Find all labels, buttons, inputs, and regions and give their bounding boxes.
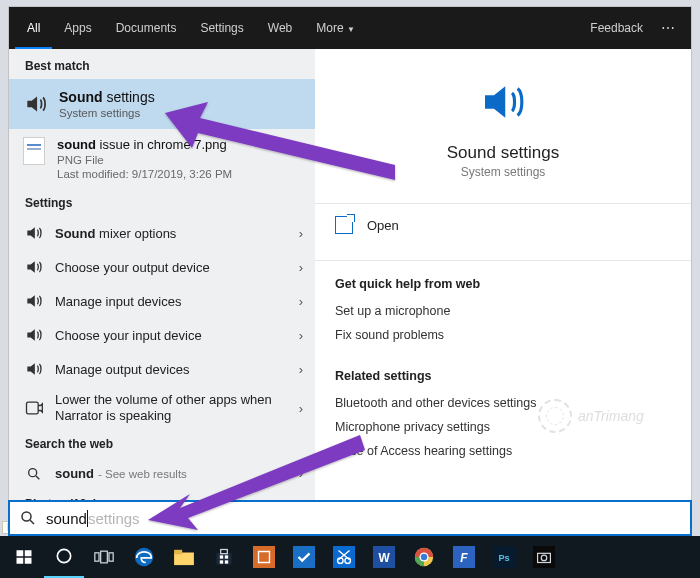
file-result-title: sound issue in chrome 7.png bbox=[57, 137, 232, 152]
setting-manage-output[interactable]: Manage output devices › bbox=[9, 352, 315, 386]
taskbar-store[interactable] bbox=[204, 536, 244, 578]
tab-web[interactable]: Web bbox=[256, 7, 304, 49]
svg-rect-3 bbox=[17, 550, 24, 556]
svg-point-11 bbox=[135, 548, 153, 566]
svg-rect-17 bbox=[225, 555, 228, 558]
svg-rect-6 bbox=[25, 558, 32, 564]
svg-rect-10 bbox=[109, 553, 113, 561]
section-settings: Settings bbox=[9, 190, 315, 216]
svg-rect-18 bbox=[220, 560, 223, 563]
svg-rect-36 bbox=[533, 546, 555, 568]
setting-narrator-volume[interactable]: Lower the volume of other apps when Narr… bbox=[9, 386, 315, 431]
file-result-modified: Last modified: 9/17/2019, 3:26 PM bbox=[57, 168, 232, 180]
sound-icon bbox=[23, 324, 45, 346]
section-web: Search the web bbox=[9, 431, 315, 457]
svg-point-1 bbox=[29, 468, 37, 476]
search-autocomplete-ghost: settings bbox=[88, 510, 140, 527]
taskbar-edge[interactable] bbox=[124, 536, 164, 578]
chevron-right-icon: › bbox=[299, 401, 303, 416]
related-heading: Related settings bbox=[335, 369, 671, 383]
taskbar-photoshop[interactable]: Ps bbox=[484, 536, 524, 578]
svg-rect-4 bbox=[25, 550, 32, 556]
search-icon bbox=[10, 509, 46, 527]
svg-rect-22 bbox=[333, 546, 355, 568]
open-icon bbox=[335, 216, 353, 234]
taskbar-app-orange[interactable] bbox=[244, 536, 284, 578]
watermark: anTrimang bbox=[538, 396, 658, 436]
best-match-result[interactable]: Sound settings System settings bbox=[9, 79, 315, 129]
svg-text:Ps: Ps bbox=[498, 553, 509, 563]
sound-icon bbox=[23, 358, 45, 380]
svg-rect-8 bbox=[95, 553, 99, 561]
cortana-search-button[interactable] bbox=[44, 536, 84, 578]
svg-rect-14 bbox=[217, 553, 232, 565]
tab-all[interactable]: All bbox=[15, 7, 52, 49]
search-icon bbox=[23, 463, 45, 485]
svg-point-2 bbox=[22, 512, 31, 521]
chevron-right-icon: › bbox=[299, 260, 303, 275]
taskbar-file-explorer[interactable] bbox=[164, 536, 204, 578]
related-ease-hearing[interactable]: Ease of Access hearing settings bbox=[335, 439, 671, 463]
setting-output-device[interactable]: Choose your output device › bbox=[9, 250, 315, 284]
best-match-title: Sound settings bbox=[59, 89, 155, 105]
svg-rect-21 bbox=[293, 546, 315, 568]
file-result-type: PNG File bbox=[57, 154, 232, 166]
svg-rect-5 bbox=[17, 558, 24, 564]
chevron-right-icon: › bbox=[299, 226, 303, 241]
svg-rect-0 bbox=[27, 402, 39, 414]
search-typed-text: sound bbox=[46, 510, 87, 527]
svg-rect-9 bbox=[101, 551, 108, 563]
section-best-match: Best match bbox=[9, 49, 315, 79]
detail-subtitle: System settings bbox=[315, 165, 691, 179]
quick-help-link-fix-sound[interactable]: Fix sound problems bbox=[335, 323, 671, 347]
chevron-right-icon: › bbox=[299, 466, 303, 481]
tab-settings[interactable]: Settings bbox=[188, 7, 255, 49]
sound-icon-large bbox=[476, 75, 530, 129]
setting-sound-mixer[interactable]: Sound mixer options › bbox=[9, 216, 315, 250]
chevron-right-icon: › bbox=[299, 362, 303, 377]
svg-point-7 bbox=[57, 549, 70, 562]
svg-point-31 bbox=[421, 554, 427, 560]
sound-icon bbox=[23, 256, 45, 278]
sound-icon bbox=[23, 222, 45, 244]
search-input[interactable]: soundsettings bbox=[8, 500, 692, 536]
results-column: Best match Sound settings System setting… bbox=[9, 49, 315, 515]
detail-pane: Sound settings System settings Open Get … bbox=[315, 49, 691, 515]
file-thumbnail-icon bbox=[23, 137, 45, 165]
svg-rect-20 bbox=[253, 546, 275, 568]
more-options-button[interactable]: ⋯ bbox=[651, 20, 685, 36]
file-result[interactable]: sound issue in chrome 7.png PNG File Las… bbox=[9, 129, 315, 190]
svg-rect-15 bbox=[221, 550, 228, 554]
tab-apps[interactable]: Apps bbox=[52, 7, 103, 49]
tab-documents[interactable]: Documents bbox=[104, 7, 189, 49]
web-search-result[interactable]: sound - See web results › bbox=[9, 457, 315, 491]
task-view-button[interactable] bbox=[84, 536, 124, 578]
best-match-subtitle: System settings bbox=[59, 107, 155, 119]
chevron-right-icon: › bbox=[299, 328, 303, 343]
taskbar-word[interactable]: W bbox=[364, 536, 404, 578]
setting-manage-input[interactable]: Manage input devices › bbox=[9, 284, 315, 318]
quick-help-heading: Get quick help from web bbox=[335, 277, 671, 291]
setting-input-device[interactable]: Choose your input device › bbox=[9, 318, 315, 352]
taskbar: W F Ps bbox=[0, 536, 700, 578]
open-action[interactable]: Open bbox=[315, 204, 691, 246]
svg-rect-19 bbox=[225, 560, 228, 563]
start-button[interactable] bbox=[4, 536, 44, 578]
svg-rect-13 bbox=[174, 550, 182, 555]
svg-rect-16 bbox=[220, 555, 223, 558]
narrator-icon bbox=[23, 397, 45, 419]
quick-help-link-mic[interactable]: Set up a microphone bbox=[335, 299, 671, 323]
tab-more[interactable]: More ▼ bbox=[304, 7, 367, 49]
svg-rect-12 bbox=[174, 553, 194, 566]
svg-text:W: W bbox=[378, 551, 390, 565]
taskbar-app-f[interactable]: F bbox=[444, 536, 484, 578]
search-filter-tabs: All Apps Documents Settings Web More ▼ F… bbox=[9, 7, 691, 49]
sound-icon bbox=[23, 91, 49, 117]
taskbar-app-snip[interactable] bbox=[324, 536, 364, 578]
detail-title: Sound settings bbox=[315, 143, 691, 163]
taskbar-app-check[interactable] bbox=[284, 536, 324, 578]
taskbar-app-camera[interactable] bbox=[524, 536, 564, 578]
feedback-link[interactable]: Feedback bbox=[582, 21, 651, 35]
taskbar-chrome[interactable] bbox=[404, 536, 444, 578]
sound-icon bbox=[23, 290, 45, 312]
